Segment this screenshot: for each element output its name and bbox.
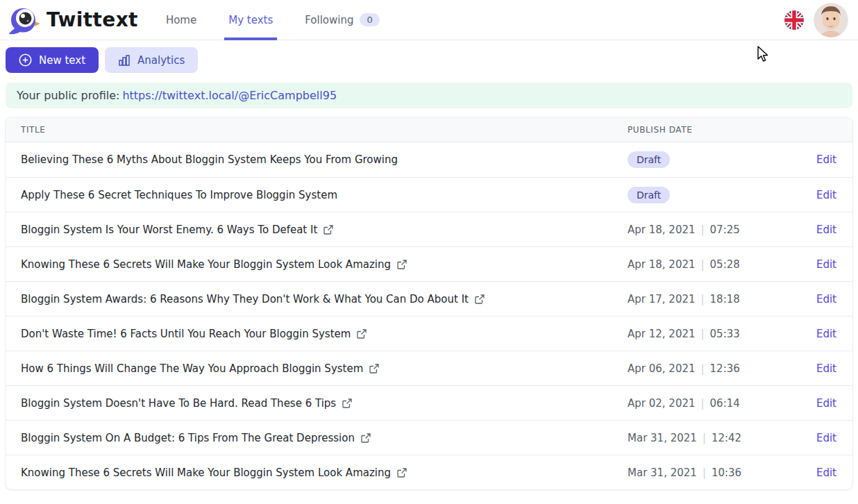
table-header-row: TITLE PUBLISH DATE [6, 117, 852, 142]
external-link-icon[interactable] [475, 294, 485, 304]
edit-link[interactable]: Edit [816, 153, 836, 166]
row-title-text: Knowing These 6 Secrets Will Make Your B… [21, 258, 391, 271]
bar-chart-icon [118, 54, 131, 67]
external-link-icon[interactable] [357, 329, 367, 339]
date-time-separator: | [701, 258, 705, 271]
publish-datetime: Apr 17, 2021|18:18 [628, 293, 740, 305]
date-time-separator: | [701, 293, 705, 305]
date-time-separator: | [703, 432, 706, 444]
row-title-text: Bloggin System Awards: 6 Reasons Why The… [21, 293, 469, 305]
external-link-icon[interactable] [369, 364, 379, 373]
publish-datetime: Mar 31, 2021|10:36 [628, 467, 741, 479]
external-link-icon[interactable] [323, 225, 333, 235]
nav-item-label: Home [166, 14, 196, 26]
new-text-button[interactable]: New text [6, 47, 99, 73]
edit-link[interactable]: Edit [816, 224, 836, 236]
publish-date: Mar 31, 2021 [628, 467, 697, 479]
edit-link[interactable]: Edit [816, 362, 836, 375]
publish-date: Apr 06, 2021 [628, 362, 696, 375]
publish-date: Apr 02, 2021 [628, 397, 696, 410]
publish-time: 12:36 [710, 362, 740, 375]
row-title-text: Don't Waste Time! 6 Facts Until You Reac… [21, 328, 351, 340]
row-title-text: Apply These 6 Secret Techniques To Impro… [21, 189, 337, 201]
external-link-icon[interactable] [397, 260, 407, 269]
row-title: Knowing These 6 Secrets Will Make Your B… [6, 467, 628, 479]
row-publish-date: Apr 02, 2021|06:14 [628, 397, 801, 410]
external-link-icon[interactable] [342, 398, 352, 408]
table-row: Bloggin System On A Budget: 6 Tips From … [6, 420, 852, 455]
brand-title: Twittext [47, 8, 138, 31]
edit-link[interactable]: Edit [816, 189, 836, 201]
external-link-icon[interactable] [397, 468, 407, 478]
column-header-title: TITLE [6, 125, 628, 135]
edit-link[interactable]: Edit [816, 397, 836, 410]
publish-datetime: Mar 31, 2021|12:42 [628, 432, 741, 444]
publish-date: Apr 12, 2021 [628, 328, 696, 340]
table-body: Believing These 6 Myths About Bloggin Sy… [6, 142, 852, 489]
public-profile-link[interactable]: https://twittext.local/@EricCampbell95 [122, 89, 337, 102]
analytics-button[interactable]: Analytics [105, 47, 198, 73]
publish-datetime: Apr 12, 2021|05:33 [628, 328, 740, 340]
publish-datetime: Apr 18, 2021|05:28 [628, 258, 740, 271]
twittext-bird-logo-icon [6, 3, 40, 37]
publish-date: Apr 17, 2021 [628, 293, 696, 305]
edit-link[interactable]: Edit [816, 432, 836, 444]
edit-link[interactable]: Edit [816, 467, 836, 479]
publish-date: Mar 31, 2021 [628, 432, 697, 444]
row-publish-date: Draft [628, 151, 801, 168]
uk-flag-icon[interactable] [784, 10, 804, 30]
nav-item-following[interactable]: Following 0 [305, 0, 380, 40]
nav-item-label: Following [305, 14, 353, 26]
publish-time: 18:18 [710, 293, 740, 305]
draft-badge: Draft [628, 187, 670, 203]
row-title-text: Bloggin System Doesn't Have To Be Hard. … [21, 397, 336, 410]
row-title-text: How 6 Things Will Change The Way You App… [21, 362, 363, 375]
table-row: Believing These 6 Myths About Bloggin Sy… [6, 142, 852, 177]
nav-item-my-texts[interactable]: My texts [228, 0, 273, 40]
main-nav: Home My texts Following 0 [166, 0, 380, 40]
row-publish-date: Draft [628, 187, 801, 203]
date-time-separator: | [701, 362, 705, 375]
table-row: Knowing These 6 Secrets Will Make Your B… [6, 455, 852, 489]
date-time-separator: | [703, 467, 706, 479]
avatar[interactable] [814, 3, 848, 37]
row-title-text: Believing These 6 Myths About Bloggin Sy… [21, 153, 398, 166]
public-profile-banner: Your public profile:https://twittext.loc… [6, 83, 852, 108]
row-title: Believing These 6 Myths About Bloggin Sy… [6, 153, 628, 166]
header-right [784, 3, 848, 37]
edit-link[interactable]: Edit [816, 293, 836, 305]
row-title: How 6 Things Will Change The Way You App… [6, 362, 628, 375]
date-time-separator: | [701, 224, 705, 236]
app-header: Twittext Home My texts Following 0 [0, 0, 858, 40]
row-title-text: Knowing These 6 Secrets Will Make Your B… [21, 467, 391, 479]
publish-datetime: Apr 06, 2021|12:36 [628, 362, 740, 375]
publish-time: 05:33 [710, 328, 740, 340]
publish-time: 06:14 [710, 397, 740, 410]
nav-item-home[interactable]: Home [166, 0, 196, 40]
row-title: Bloggin System On A Budget: 6 Tips From … [6, 432, 628, 444]
edit-link[interactable]: Edit [816, 258, 836, 271]
table-row: Knowing These 6 Secrets Will Make Your B… [6, 246, 852, 281]
row-publish-date: Apr 12, 2021|05:33 [628, 328, 801, 340]
edit-link[interactable]: Edit [816, 328, 836, 340]
row-title: Knowing These 6 Secrets Will Make Your B… [6, 258, 628, 271]
external-link-icon[interactable] [361, 433, 371, 443]
row-publish-date: Apr 17, 2021|18:18 [628, 293, 801, 305]
table-row: Apply These 6 Secret Techniques To Impro… [6, 177, 852, 212]
plus-circle-icon [19, 53, 32, 67]
publish-time: 12:42 [712, 432, 741, 444]
publish-time: 10:36 [712, 467, 741, 479]
new-text-label: New text [39, 54, 85, 67]
row-title: Bloggin System Awards: 6 Reasons Why The… [6, 293, 628, 305]
row-title-text: Bloggin System Is Your Worst Enemy. 6 Wa… [21, 224, 317, 236]
row-title-text: Bloggin System On A Budget: 6 Tips From … [21, 432, 355, 444]
row-publish-date: Apr 18, 2021|07:25 [628, 224, 801, 236]
draft-badge: Draft [628, 151, 670, 168]
row-title: Bloggin System Is Your Worst Enemy. 6 Wa… [6, 224, 628, 236]
texts-table: TITLE PUBLISH DATE Believing These 6 Myt… [6, 117, 852, 489]
row-publish-date: Mar 31, 2021|12:42 [628, 432, 801, 444]
date-time-separator: | [701, 328, 705, 340]
publish-datetime: Apr 02, 2021|06:14 [628, 397, 740, 410]
column-header-publish-date: PUBLISH DATE [628, 125, 801, 135]
public-profile-text: Your public profile: [17, 89, 119, 102]
